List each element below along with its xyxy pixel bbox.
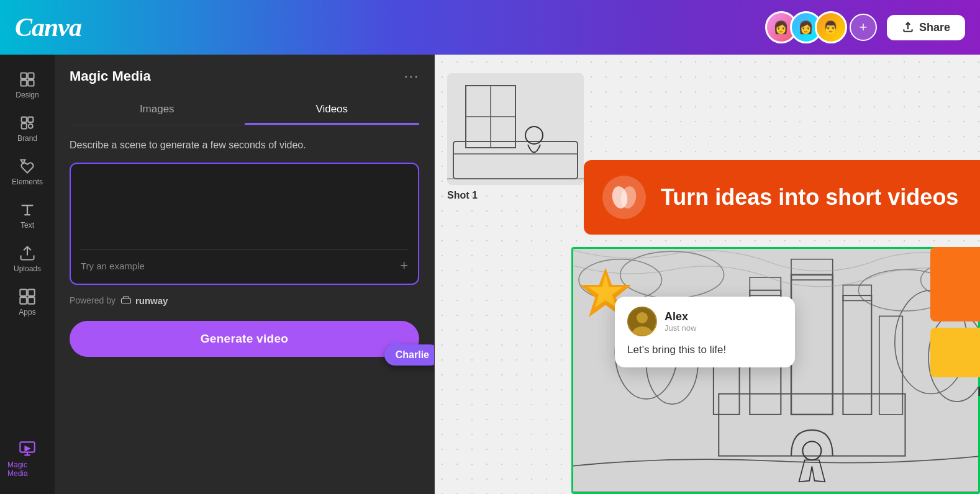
shot-1-image: [447, 73, 584, 185]
comment-user-row: Alex Just now: [627, 307, 783, 336]
collaborator-avatars: 👩 👩 👨 +: [765, 11, 877, 43]
svg-rect-9: [20, 289, 27, 296]
svg-rect-14: [121, 299, 130, 303]
generate-video-button[interactable]: Generate video: [70, 321, 419, 357]
sidebar-elements-label: Elements: [12, 177, 43, 186]
svg-rect-12: [28, 297, 34, 304]
sidebar-uploads-label: Uploads: [14, 264, 41, 273]
try-example-label: Try an example: [81, 261, 145, 271]
svg-rect-0: [21, 73, 27, 79]
sidebar: Design Brand Elements T: [0, 55, 55, 494]
sidebar-text-label: Text: [20, 221, 34, 230]
magic-media-panel: Magic Media ··· Images Videos Describe a…: [55, 55, 435, 494]
svg-rect-1: [28, 73, 34, 79]
panel-description: Describe a scene to generate a few secon…: [55, 125, 434, 163]
shot-1-container: Shot 1: [447, 73, 596, 201]
brand-icon: [19, 114, 36, 132]
sidebar-magic-media-label: Magic Media: [7, 460, 47, 478]
comment-name: Alex: [665, 310, 696, 323]
comment-user-info: Alex Just now: [665, 310, 696, 333]
svg-rect-2: [21, 80, 27, 86]
tab-videos[interactable]: Videos: [245, 96, 420, 125]
runway-icon: [120, 295, 132, 306]
canva-logo: Canva: [15, 12, 81, 42]
sidebar-item-text[interactable]: Text: [2, 195, 52, 236]
comment-popup: Alex Just now Let's bring this to life!: [615, 297, 795, 367]
sidebar-item-magic-media[interactable]: Magic Media: [2, 434, 52, 484]
sidebar-item-brand[interactable]: Brand: [2, 108, 52, 149]
header: Canva 👩 👩 👨 + Share: [0, 0, 980, 55]
sidebar-item-elements[interactable]: Elements: [2, 151, 52, 192]
comment-text: Let's bring this to life!: [627, 343, 783, 357]
svg-point-7: [29, 124, 33, 128]
svg-rect-4: [22, 117, 27, 122]
header-right: 👩 👩 👨 + Share: [765, 11, 965, 43]
comment-avatar: [627, 307, 657, 336]
comment-time: Just now: [665, 323, 696, 333]
alex-avatar-svg: [628, 308, 656, 335]
bedroom-sketch: [447, 73, 584, 185]
design-icon: [19, 71, 36, 88]
sidebar-apps-label: Apps: [19, 308, 35, 317]
share-button[interactable]: Share: [887, 15, 965, 40]
panel-title: Magic Media: [70, 68, 151, 84]
right-partial: Mag: [918, 247, 980, 494]
avatar-3: 👨: [815, 11, 847, 43]
generate-btn-container: Generate video Charlie: [55, 316, 434, 372]
powered-by: Powered by runway: [55, 285, 434, 316]
canvas-content: Shot 1 Turn ideas into short videos: [435, 55, 980, 494]
add-collaborator-button[interactable]: +: [850, 14, 877, 41]
banner-icon-svg: [609, 182, 640, 213]
tabs-container: Images Videos: [70, 96, 419, 125]
text-icon: [19, 201, 36, 218]
panel-header: Magic Media ···: [55, 55, 434, 96]
canvas-area: Shot 1 Turn ideas into short videos: [435, 55, 980, 494]
runway-logo: runway: [120, 295, 168, 306]
sidebar-brand-label: Brand: [17, 134, 37, 143]
banner-text: Turn ideas into short videos: [661, 184, 958, 210]
sidebar-design-label: Design: [16, 91, 39, 99]
share-label: Share: [919, 21, 950, 34]
right-yellow-rect: [930, 328, 980, 377]
powered-by-label: Powered by: [70, 295, 116, 305]
apps-icon: [19, 288, 36, 305]
uploads-icon: [19, 245, 36, 262]
sidebar-item-apps[interactable]: Apps: [2, 282, 52, 323]
prompt-textarea[interactable]: [81, 174, 408, 237]
svg-point-48: [637, 312, 648, 323]
svg-rect-6: [22, 124, 27, 128]
elements-icon: [19, 158, 36, 175]
svg-rect-11: [20, 297, 27, 304]
try-example-plus-icon: +: [400, 258, 408, 274]
tab-images[interactable]: Images: [70, 96, 245, 125]
prompt-box: Try an example +: [70, 163, 419, 285]
panel-menu-button[interactable]: ···: [404, 68, 419, 84]
sidebar-item-uploads[interactable]: Uploads: [2, 238, 52, 279]
svg-rect-10: [28, 289, 34, 296]
right-orange-rect: [930, 247, 980, 321]
svg-rect-3: [28, 80, 34, 86]
banner-logo-icon: [602, 176, 646, 219]
svg-rect-5: [28, 117, 33, 122]
mag-text: Mag: [978, 384, 980, 400]
try-example-row[interactable]: Try an example +: [81, 249, 408, 274]
shot-1-label: Shot 1: [447, 190, 596, 201]
orange-banner: Turn ideas into short videos: [584, 160, 980, 235]
magic-media-icon: [19, 441, 36, 458]
share-icon: [902, 21, 914, 34]
charlie-cursor: Charlie: [384, 344, 435, 366]
main-layout: Design Brand Elements T: [0, 55, 980, 494]
sidebar-item-design[interactable]: Design: [2, 65, 52, 106]
